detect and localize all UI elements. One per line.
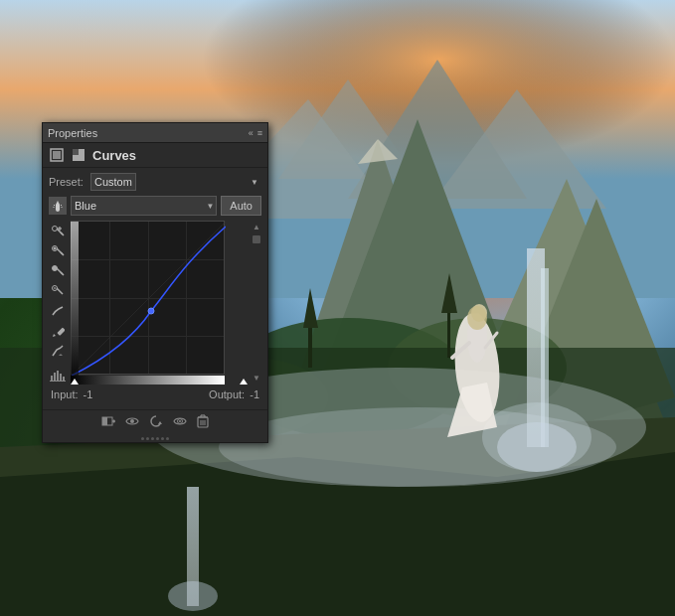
resize-dot-4 xyxy=(156,437,159,440)
svg-line-51 xyxy=(61,252,64,255)
view-icon[interactable] xyxy=(173,415,187,430)
resize-dot-6 xyxy=(166,437,169,440)
resize-handle[interactable] xyxy=(43,435,267,442)
curve-area xyxy=(71,221,248,385)
layer-icon[interactable] xyxy=(71,147,86,163)
svg-point-29 xyxy=(467,306,487,330)
resize-dot-5 xyxy=(161,437,164,440)
svg-point-24 xyxy=(219,407,616,487)
svg-rect-37 xyxy=(53,151,61,159)
channel-row: Blue RGB Red Green ▼ Auto xyxy=(49,196,261,216)
auto-button[interactable]: Auto xyxy=(221,196,261,216)
resize-dot-3 xyxy=(151,437,154,440)
svg-marker-60 xyxy=(53,334,56,337)
output-label: Output: -1 xyxy=(209,388,259,400)
preset-select[interactable]: Custom xyxy=(90,173,136,191)
pencil-tool[interactable] xyxy=(49,322,67,340)
svg-line-57 xyxy=(57,288,63,294)
svg-rect-59 xyxy=(57,327,65,335)
svg-marker-62 xyxy=(59,354,63,356)
gradient-bar-container xyxy=(71,376,248,385)
panel-titlebar: Properties « ≡ xyxy=(43,123,267,143)
tools-column xyxy=(49,221,67,385)
curves-title: Curves xyxy=(92,148,136,163)
gradient-left-handle[interactable] xyxy=(71,379,79,385)
preset-row: Preset: Custom ▼ xyxy=(49,173,261,191)
tools-and-curve-container: ▲ ▼ xyxy=(49,221,261,385)
svg-rect-67 xyxy=(63,377,65,381)
scroll-down-arrow[interactable]: ▼ xyxy=(253,372,260,385)
channel-select[interactable]: Blue RGB Red Green xyxy=(71,196,217,216)
resize-dot-2 xyxy=(146,437,149,440)
curve-scrollbar: ▲ ▼ xyxy=(252,221,261,385)
svg-rect-39 xyxy=(73,149,79,155)
svg-point-79 xyxy=(179,420,181,422)
preset-select-wrapper[interactable]: Custom ▼ xyxy=(90,173,261,191)
histogram-tool[interactable] xyxy=(49,366,67,384)
preset-arrow-icon: ▼ xyxy=(251,178,258,187)
svg-line-40 xyxy=(54,205,55,206)
svg-point-58 xyxy=(54,287,56,289)
gradient-right-handle[interactable] xyxy=(240,379,248,385)
svg-rect-65 xyxy=(57,371,59,381)
svg-line-46 xyxy=(61,232,64,235)
delete-icon[interactable] xyxy=(197,414,209,431)
resize-dot-1 xyxy=(141,437,144,440)
svg-line-42 xyxy=(54,207,55,208)
svg-point-44 xyxy=(53,227,58,231)
visibility-icon[interactable] xyxy=(125,415,139,430)
properties-panel: Properties « ≡ Curves Preset: xyxy=(42,122,268,443)
black-point-tool[interactable] xyxy=(49,242,67,260)
svg-rect-64 xyxy=(54,373,56,381)
scroll-thumb[interactable] xyxy=(253,235,260,243)
collapse-icon[interactable]: « xyxy=(249,128,253,138)
horizontal-gradient-bar xyxy=(71,376,225,385)
add-mask-icon[interactable] xyxy=(101,414,115,431)
smooth-curve-tool[interactable] xyxy=(49,302,67,320)
panel-header: Curves xyxy=(43,143,267,168)
input-label: Input: -1 xyxy=(51,388,92,400)
curve-canvas[interactable] xyxy=(71,221,225,375)
target-tool-button[interactable] xyxy=(49,197,67,215)
scroll-track xyxy=(253,233,260,372)
svg-line-43 xyxy=(62,207,63,208)
panel-menu-icon[interactable]: ≡ xyxy=(257,128,262,138)
input-output-row: Input: -1 Output: -1 xyxy=(49,385,261,404)
panel-body: Preset: Custom ▼ xyxy=(43,168,267,409)
curve-svg xyxy=(72,222,226,376)
vertical-gradient-bar xyxy=(71,222,79,376)
sample-add-tool[interactable] xyxy=(49,223,67,240)
reset-icon[interactable] xyxy=(149,414,163,431)
svg-point-22 xyxy=(168,581,218,611)
svg-line-61 xyxy=(61,346,63,348)
adjustment-icon[interactable] xyxy=(49,147,65,163)
svg-point-53 xyxy=(53,266,58,271)
svg-rect-34 xyxy=(447,308,450,358)
svg-point-52 xyxy=(54,247,57,250)
svg-point-70 xyxy=(148,308,154,314)
svg-line-69 xyxy=(72,222,226,376)
channel-select-wrapper[interactable]: Blue RGB Red Green ▼ xyxy=(71,196,217,216)
svg-rect-63 xyxy=(51,376,53,381)
panel-footer xyxy=(43,409,267,435)
gray-point-tool[interactable] xyxy=(49,282,67,300)
panel-title: Properties xyxy=(48,127,97,139)
svg-marker-77 xyxy=(158,421,162,424)
svg-point-76 xyxy=(130,419,134,423)
preset-label: Preset: xyxy=(49,176,86,188)
svg-rect-73 xyxy=(102,417,107,425)
svg-line-55 xyxy=(61,272,64,275)
svg-rect-32 xyxy=(308,328,312,368)
svg-line-41 xyxy=(61,205,62,206)
titlebar-controls: « ≡ xyxy=(249,128,262,138)
white-point-tool[interactable] xyxy=(49,262,67,280)
convert-tool[interactable] xyxy=(49,342,67,360)
svg-rect-66 xyxy=(60,374,62,381)
scroll-up-arrow[interactable]: ▲ xyxy=(253,221,260,233)
